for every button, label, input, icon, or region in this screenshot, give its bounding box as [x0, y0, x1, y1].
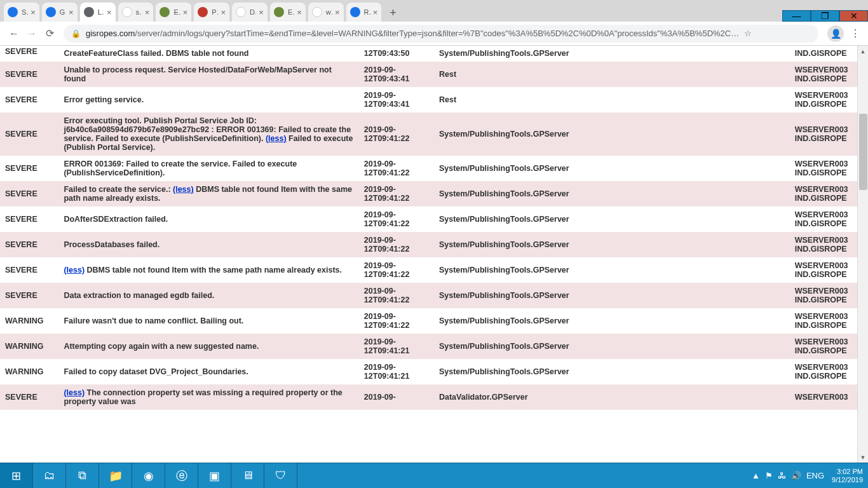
tab-title: Delete the	[250, 8, 256, 16]
tab-favicon: G	[236, 7, 246, 17]
browser-tab[interactable]: ROPeS En ×	[346, 3, 382, 22]
log-level: WARNING	[0, 334, 58, 359]
log-time: 2019-09-12T09:41:22	[359, 283, 434, 308]
new-tab-button[interactable]: +	[384, 4, 402, 22]
browser-toolbar: ← → ⟳ 🔒 gisropes.com /server/admin/logs/…	[0, 22, 868, 46]
log-message: Failed to copy dataset DVG_Project_Bound…	[58, 359, 358, 384]
log-time: 2019-09-12T09:41:22	[359, 156, 434, 181]
log-level: SEVERE	[0, 257, 58, 283]
log-toggle-link[interactable]: (less)	[64, 388, 85, 397]
log-toggle-link[interactable]: (less)	[64, 266, 85, 274]
log-level: SEVERE	[0, 181, 58, 207]
log-machine: WSERVER003 IND.GISROPE	[790, 112, 868, 156]
tab-title: ERROR: "A	[288, 8, 294, 16]
log-source: System/PublishingTools.GPServer	[434, 46, 790, 62]
tray-language[interactable]: ENG	[806, 471, 824, 480]
taskbar-app-button[interactable]: ⧉	[66, 463, 99, 488]
tab-close-icon[interactable]: ×	[183, 8, 188, 17]
log-row: SEVEREFailed to create the service.: (le…	[0, 181, 868, 207]
taskbar-clock[interactable]: 3:02 PM 9/12/2019	[832, 468, 863, 484]
tray-volume-icon[interactable]: 🔊	[791, 471, 801, 480]
log-row: SEVEREProcessDatabases failed.2019-09-12…	[0, 232, 868, 257]
log-toggle-link[interactable]: (less)	[173, 185, 194, 194]
tray-network-icon[interactable]: 🖧	[778, 471, 786, 480]
tab-title: Error: ERR	[173, 8, 180, 16]
window-maximize-button[interactable]: ❐	[811, 10, 839, 22]
browser-tab[interactable]: ERROR: "A ×	[270, 3, 306, 22]
log-message: ERROR 001369: Failed to create the servi…	[58, 156, 358, 181]
url-host: gisropes.com	[86, 29, 135, 38]
tab-title: Package s	[212, 8, 218, 16]
taskbar-app-button[interactable]: 🛡	[264, 463, 297, 488]
log-level: WARNING	[0, 308, 58, 334]
tab-favicon	[159, 7, 170, 17]
window-close-button[interactable]: ✕	[839, 10, 868, 22]
tab-title: Log Resou	[98, 8, 104, 16]
start-button[interactable]: ⊞	[0, 463, 33, 488]
log-time: 2019-09-12T09:43:41	[359, 87, 434, 112]
log-machine: WSERVER003	[790, 384, 868, 410]
tab-title: Generate	[60, 8, 66, 16]
tab-close-icon[interactable]: ×	[145, 8, 150, 17]
log-level: SEVERE	[0, 87, 58, 112]
tab-favicon: G	[122, 7, 132, 17]
log-row: SEVEREUnable to process request. Service…	[0, 62, 868, 87]
browser-tab[interactable]: G web map ×	[308, 3, 344, 22]
browser-menu-button[interactable]: ⋮	[848, 27, 863, 39]
browser-tab[interactable]: Log Resou ×	[80, 3, 116, 22]
log-time: 2019-09-12T09:41:22	[359, 181, 434, 207]
window-minimize-button[interactable]: —	[782, 10, 811, 22]
log-row: SEVEREError getting service.2019-09-12T0…	[0, 87, 868, 112]
browser-tab[interactable]: Error: ERR ×	[156, 3, 191, 22]
tab-close-icon[interactable]: ×	[69, 8, 74, 17]
taskbar-app-button[interactable]: ⓔ	[165, 463, 198, 488]
log-row: SEVEREDoAfterSDExtraction failed.2019-09…	[0, 207, 868, 232]
forward-button[interactable]: →	[23, 25, 41, 43]
taskbar-app-button[interactable]: ◉	[132, 463, 165, 488]
tab-close-icon[interactable]: ×	[220, 8, 226, 17]
log-row: SEVERECreateFeatureClass failed. DBMS ta…	[0, 46, 868, 62]
scroll-up-arrow[interactable]: ▲	[858, 46, 868, 57]
address-bar[interactable]: 🔒 gisropes.com /server/admin/logs/query?…	[64, 25, 818, 43]
log-source: System/PublishingTools.GPServer	[434, 257, 790, 283]
tab-close-icon[interactable]: ×	[297, 8, 302, 17]
tab-close-icon[interactable]: ×	[31, 8, 36, 17]
log-source: Rest	[434, 87, 790, 112]
reload-button[interactable]: ⟳	[41, 25, 58, 43]
taskbar-app-button[interactable]: 🗂	[33, 463, 66, 488]
log-message: Unable to process request. Service Hoste…	[58, 62, 358, 87]
browser-tab[interactable]: Sign in to ×	[4, 3, 39, 22]
log-row: WARNINGFailed to copy dataset DVG_Projec…	[0, 359, 868, 384]
scroll-thumb[interactable]	[859, 114, 867, 190]
taskbar-app-button[interactable]: 🖥	[231, 463, 264, 488]
taskbar-app-button[interactable]: ▣	[198, 463, 231, 488]
log-row: SEVERE(less) The connection property set…	[0, 384, 868, 410]
log-time: 2019-09-12T09:43:41	[359, 62, 434, 87]
vertical-scrollbar[interactable]: ▲ ▼	[857, 46, 868, 463]
browser-tab[interactable]: Generate ×	[42, 3, 78, 22]
log-level: SEVERE	[0, 46, 58, 62]
taskbar-app-button[interactable]: 📁	[99, 463, 132, 488]
browser-tab[interactable]: G severe err ×	[118, 3, 154, 22]
log-time: 2019-09-12T09:41:21	[359, 359, 434, 384]
profile-avatar[interactable]: 👤	[827, 25, 844, 42]
back-button[interactable]: ←	[5, 25, 23, 43]
log-source: Rest	[434, 62, 790, 87]
log-message: Failed to create the service.: (less) DB…	[58, 181, 358, 207]
tab-favicon	[198, 7, 208, 17]
bookmark-star-icon[interactable]: ☆	[744, 29, 752, 38]
system-tray[interactable]: ▲ ⚑ 🖧 🔊 ENG 3:02 PM 9/12/2019	[744, 463, 868, 488]
tab-close-icon[interactable]: ×	[373, 8, 378, 17]
log-machine: WSERVER003 IND.GISROPE	[790, 232, 868, 257]
tray-flag-icon[interactable]: ⚑	[765, 471, 773, 480]
log-toggle-link[interactable]: (less)	[266, 134, 287, 143]
tab-close-icon[interactable]: ×	[259, 8, 264, 17]
log-time: 2019-09-12T09:41:22	[359, 232, 434, 257]
scroll-down-arrow[interactable]: ▼	[858, 452, 868, 463]
log-level: SEVERE	[0, 112, 58, 156]
tab-close-icon[interactable]: ×	[335, 8, 340, 17]
browser-tab[interactable]: Package s ×	[194, 3, 229, 22]
tray-expand-icon[interactable]: ▲	[752, 471, 760, 480]
browser-tab[interactable]: G Delete the ×	[232, 3, 268, 22]
tab-close-icon[interactable]: ×	[107, 8, 112, 17]
